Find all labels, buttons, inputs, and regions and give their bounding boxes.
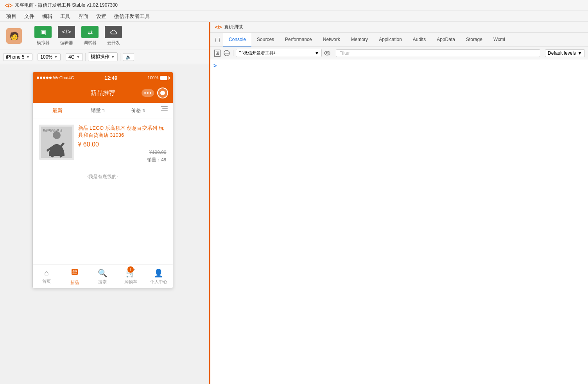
nav-record-button[interactable]	[157, 88, 168, 98]
editor-label: 编辑器	[60, 40, 73, 46]
network-tab-label: Network	[323, 37, 340, 42]
level-label: Default levels	[548, 50, 576, 56]
battery-fill	[160, 76, 167, 80]
sort-sales-label: 销量	[91, 107, 101, 114]
clear-console-button[interactable]	[223, 49, 231, 57]
grid-view-button[interactable]	[158, 106, 168, 115]
tab-console[interactable]: Console	[223, 33, 251, 46]
dot-1	[144, 92, 146, 94]
device-divider-4	[120, 53, 120, 61]
device-bar: iPhone 5 ▼ 100% ▼ 4G ▼ 模拟操作 ▼ 🔈	[0, 50, 209, 64]
log-level-selector[interactable]: Default levels ▼	[545, 49, 585, 57]
operation-selector[interactable]: 模拟操作 ▼	[88, 52, 118, 61]
zoom-selector[interactable]: 100% ▼	[38, 53, 61, 61]
sort-price[interactable]: 价格 ⇅	[118, 107, 158, 114]
menu-edit[interactable]: 编辑	[39, 12, 56, 21]
file-selector-arrow: ▼	[315, 51, 319, 55]
product-item[interactable]: 热卖时尚品商场 新品 LEGO 乐高积木 创意百变系列 玩具和百货商店 3103…	[35, 121, 170, 167]
phone-status-bar: WeChat4G 12:49 100%	[33, 72, 173, 83]
tab-cart[interactable]: 1 🛒 购物车	[117, 265, 145, 288]
network-selector[interactable]: 4G ▼	[66, 53, 83, 61]
tab-search-label: 搜索	[98, 279, 107, 285]
empty-content	[33, 186, 173, 264]
tab-appdata[interactable]: AppData	[431, 33, 461, 46]
status-left: WeChat4G	[37, 75, 74, 80]
level-arrow: ▼	[577, 50, 582, 56]
nav-more-button[interactable]	[142, 89, 154, 97]
device-label: iPhone 5	[6, 54, 24, 60]
tab-inspect[interactable]: ⬚	[212, 33, 223, 46]
tab-profile[interactable]: 👤 个人中心	[145, 265, 173, 288]
network-label: 4G	[68, 54, 75, 60]
tab-bar: ⌂ 首页 袋 新品 🔍 搜索 1 🛒	[33, 264, 173, 288]
menu-file[interactable]: 文件	[21, 12, 38, 21]
editor-button[interactable]: </> 编辑器	[58, 26, 75, 46]
grid-line-1	[161, 106, 168, 107]
tab-storage[interactable]: Storage	[461, 33, 488, 46]
performance-tab-label: Performance	[285, 37, 312, 42]
left-panel: 🧑 ▣ 模拟器 </> 编辑器 ⇄ 调试器	[0, 22, 209, 384]
tab-sources[interactable]: Sources	[251, 33, 280, 46]
nav-title: 新品推荐	[90, 89, 115, 97]
zoom-arrow: ▼	[54, 55, 58, 59]
device-divider-3	[85, 53, 86, 61]
cloud-icon	[105, 26, 122, 38]
avatar[interactable]: 🧑	[6, 28, 22, 44]
bottom-text: -我是有底线的-	[35, 170, 170, 184]
sort-sales[interactable]: 销量 ⇅	[78, 107, 118, 114]
tab-performance[interactable]: Performance	[280, 33, 317, 46]
battery-icon	[160, 76, 169, 80]
battery-percent: 100%	[147, 75, 158, 80]
menu-interface[interactable]: 界面	[75, 12, 91, 21]
cloud-button[interactable]: 云开发	[105, 26, 122, 46]
avatar-image: 🧑	[9, 31, 19, 41]
tab-application[interactable]: Application	[373, 33, 407, 46]
menu-wechat-devtools[interactable]: 微信开发者工具	[111, 12, 153, 21]
sound-button[interactable]: 🔈	[123, 53, 134, 61]
zoom-label: 100%	[40, 54, 52, 60]
memory-tab-label: Memory	[351, 37, 368, 42]
appdata-tab-label: AppData	[437, 37, 455, 42]
console-tab-label: Console	[229, 37, 246, 42]
menu-settings[interactable]: 设置	[93, 12, 109, 21]
tab-search[interactable]: 🔍 搜索	[89, 265, 117, 288]
console-area: >	[210, 59, 588, 384]
simulator-button[interactable]: ▣ 模拟器	[34, 26, 52, 46]
tab-home[interactable]: ⌂ 首页	[33, 265, 61, 288]
signal-dot-2	[40, 77, 42, 79]
file-path: E:\微信开发者工具\...	[238, 50, 279, 56]
tab-network[interactable]: Network	[317, 33, 346, 46]
phone-frame: WeChat4G 12:49 100% 新品推荐	[32, 72, 173, 288]
svg-text:袋: 袋	[72, 269, 77, 275]
tab-memory[interactable]: Memory	[346, 33, 373, 46]
watch-button[interactable]	[323, 49, 331, 57]
tab-wxml[interactable]: Wxml	[488, 33, 511, 46]
toolbar-sep-1	[233, 50, 233, 56]
debug-button[interactable]: ⇄ 调试器	[81, 26, 99, 46]
product-price: ¥ 60.00	[78, 141, 99, 148]
product-sales: 销量：49	[78, 157, 167, 163]
console-arrow: >	[213, 63, 217, 69]
signal-dot-5	[49, 77, 52, 79]
debug-label: 调试器	[84, 40, 97, 46]
sort-newest[interactable]: 最新	[38, 107, 78, 114]
tool-buttons: ▣ 模拟器 </> 编辑器 ⇄ 调试器 云开发	[34, 26, 122, 46]
panel-icon: ⊞	[214, 50, 220, 57]
device-selector[interactable]: iPhone 5 ▼	[3, 53, 32, 61]
dot-3	[150, 92, 151, 94]
audits-tab-label: Audits	[413, 37, 426, 42]
product-info: 新品 LEGO 乐高积木 创意百变系列 玩具和百货商店 31036 ¥ 60.0…	[78, 125, 167, 163]
product-original-price: ¥100.00	[149, 150, 166, 155]
no-entry-icon	[224, 50, 230, 56]
menu-project[interactable]: 项目	[3, 12, 20, 21]
tab-new[interactable]: 袋 新品	[61, 265, 89, 288]
filter-input[interactable]: Filter	[336, 49, 540, 57]
panel-icon-button[interactable]: ⊞	[213, 49, 221, 57]
application-tab-label: Application	[379, 37, 402, 42]
storage-tab-label: Storage	[466, 37, 482, 42]
tab-profile-label: 个人中心	[150, 279, 167, 285]
tab-audits[interactable]: Audits	[407, 33, 431, 46]
profile-icon: 👤	[154, 268, 163, 278]
menu-tools[interactable]: 工具	[57, 12, 74, 21]
file-selector[interactable]: E:\微信开发者工具\... ▼	[236, 49, 322, 57]
